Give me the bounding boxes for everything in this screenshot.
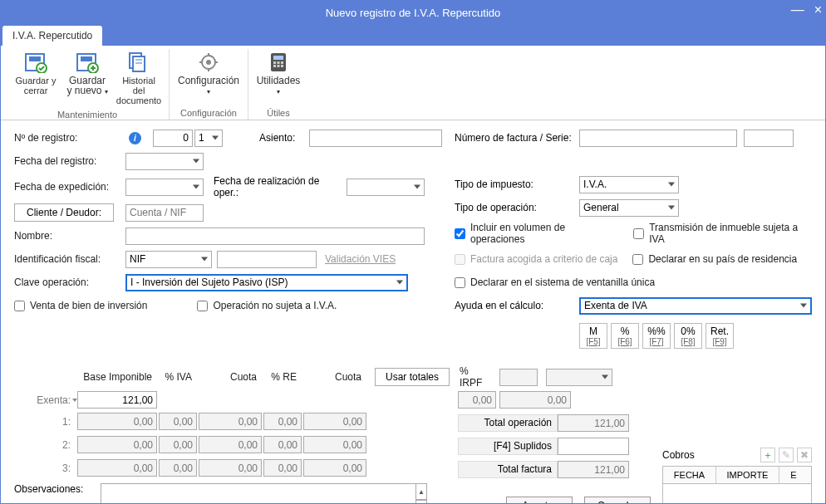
fecha-expedicion-input[interactable]: [125, 179, 204, 196]
ribbon-group-label: Útiles: [267, 105, 290, 120]
tipo-impuesto-select[interactable]: I.V.A.: [579, 176, 679, 193]
help-btn-ret[interactable]: Ret.[F9]: [706, 323, 734, 349]
label-clave-operacion: Clave operación:: [14, 276, 125, 288]
label-num-factura: Número de factura / Serie:: [455, 132, 579, 144]
cobros-edit-icon[interactable]: ✎: [779, 448, 794, 462]
label-fecha-realizacion: Fecha de realización de oper.:: [214, 175, 347, 198]
title-bar: Nuevo registro de I.V.A. Repercutido — ×: [1, 1, 825, 24]
cancelar-button[interactable]: Cancelar: [584, 497, 651, 504]
label-suplidos[interactable]: [F4] Suplidos: [458, 438, 558, 455]
cobros-table[interactable]: FECHA IMPORTE E: [662, 466, 812, 504]
grid-header: Base Imponible % IVA Cuota % RE Cuota Us…: [14, 365, 812, 389]
total-factura-value: [558, 461, 629, 478]
svg-rect-19: [278, 61, 280, 64]
label-fecha-registro: Fecha del registro:: [14, 155, 125, 167]
col-importe: IMPORTE: [716, 467, 779, 483]
tipo-operacion-select[interactable]: General: [579, 199, 679, 217]
close-icon[interactable]: ×: [814, 2, 822, 17]
label-tipo-operacion: Tipo de operación:: [455, 202, 579, 213]
base-input: [77, 413, 157, 430]
usar-totales-button[interactable]: Usar totales: [375, 368, 450, 386]
info-icon[interactable]: i: [129, 132, 141, 144]
obs-down-icon[interactable]: ▼: [415, 500, 427, 504]
save-new-button[interactable]: Guardar y nuevo ▾: [64, 49, 111, 99]
label-ident-fiscal: Identificación fiscal:: [14, 253, 125, 265]
irpf-select[interactable]: [546, 369, 612, 386]
grid-row-1: 1: Total operación: [14, 411, 812, 432]
cuota1-input: [199, 436, 262, 453]
suplidos-value[interactable]: [558, 438, 629, 455]
save-new-icon: [74, 51, 101, 74]
svg-rect-1: [29, 56, 41, 61]
label-fecha-expedicion: Fecha de expedición:: [14, 181, 125, 193]
num-registro-input[interactable]: [153, 130, 193, 147]
fecha-realizacion-input[interactable]: [347, 179, 425, 196]
irpf-v1: [458, 391, 496, 409]
help-btn-pct[interactable]: %[F6]: [611, 323, 639, 349]
cuota1-input: [199, 459, 262, 477]
venta-bien-inversion-checkbox[interactable]: Venta de bien de inversión: [14, 300, 147, 311]
cliente-deudor-button[interactable]: Cliente / Deudor:: [14, 203, 114, 222]
serie-input[interactable]: [744, 130, 794, 147]
op-no-sujeta-checkbox[interactable]: Operación no sujeta a I.V.A.: [197, 300, 337, 311]
utilidades-button[interactable]: Utilidades▾: [255, 49, 302, 99]
row-label[interactable]: Exenta:: [14, 394, 76, 406]
fecha-registro-input[interactable]: [125, 153, 204, 170]
label-observaciones: Observaciones:: [14, 483, 101, 495]
num-factura-input[interactable]: [579, 130, 737, 147]
irpf-pct-input: [499, 369, 538, 386]
obs-up-icon[interactable]: ▲: [415, 483, 427, 500]
calculator-icon: [265, 51, 292, 74]
num-registro-sub-select[interactable]: 1: [194, 130, 223, 147]
base-input[interactable]: [77, 391, 157, 409]
incluir-volumen-checkbox[interactable]: Incluir en volumen de operaciones: [455, 222, 618, 245]
tab-iva-repercutido[interactable]: I.V.A. Repercutido: [2, 26, 102, 46]
ayuda-calculo-select[interactable]: Exenta de IVA: [579, 297, 812, 315]
config-button[interactable]: Configuración▾: [176, 49, 241, 99]
declarar-pais-checkbox[interactable]: Declarar en su país de residencia: [632, 253, 797, 265]
label-total-factura: Total factura: [458, 461, 558, 478]
svg-rect-18: [273, 61, 276, 64]
label-asiento: Asiento:: [259, 132, 309, 144]
save-close-icon: [22, 51, 49, 74]
cobros-delete-icon[interactable]: ✖: [797, 448, 812, 462]
ribbon-group-label: Configuración: [180, 105, 237, 120]
svg-rect-22: [278, 65, 280, 67]
help-btn-m[interactable]: M[F5]: [579, 323, 607, 349]
help-btn-0pct[interactable]: 0%[F8]: [674, 323, 702, 349]
svg-rect-20: [281, 61, 283, 64]
declarar-ventanilla-checkbox[interactable]: Declarar en el sistema de ventanilla úni…: [455, 276, 655, 288]
cobros-add-icon[interactable]: ＋: [760, 448, 775, 462]
help-btn-pctpct[interactable]: %%[F7]: [642, 323, 671, 349]
svg-point-11: [206, 60, 211, 65]
aceptar-button[interactable]: Aceptar: [506, 497, 573, 504]
col-fecha: FECHA: [663, 467, 716, 483]
ident-fiscal-value-input[interactable]: [217, 251, 317, 268]
cuota2-input: [303, 436, 366, 453]
nombre-input[interactable]: [125, 228, 425, 245]
iva-input: [159, 436, 197, 453]
clave-operacion-select[interactable]: I - Inversión del Sujeto Pasivo (ISP): [125, 274, 408, 291]
svg-rect-17: [273, 56, 283, 60]
row-label: 2:: [14, 439, 76, 451]
cuota2-input: [303, 459, 366, 477]
label-nombre: Nombre:: [14, 230, 125, 242]
minimize-icon[interactable]: —: [791, 2, 804, 17]
cobros-panel: Cobros ＋ ✎ ✖ FECHA IMPORTE E: [662, 448, 812, 504]
label-tipo-impuesto: Tipo de impuesto:: [455, 179, 579, 190]
cuenta-nif-input[interactable]: [125, 204, 204, 222]
ident-fiscal-select[interactable]: NIF: [125, 251, 212, 268]
cuota1-input: [199, 413, 262, 430]
svg-rect-7: [133, 56, 145, 71]
cuota2-input: [303, 413, 366, 430]
window-title: Nuevo registro de I.V.A. Repercutido: [326, 7, 501, 19]
label-ayuda-calculo: Ayuda en el cálculo:: [455, 300, 579, 311]
asiento-input[interactable]: [309, 130, 442, 147]
re-input: [263, 436, 302, 453]
trans-inmueble-checkbox[interactable]: Transmisión de inmueble sujeta a IVA: [633, 222, 812, 245]
observaciones-textarea[interactable]: [101, 483, 416, 504]
historial-button[interactable]: Historial del documento: [116, 49, 162, 107]
save-close-button[interactable]: Guardar y cerrar: [12, 49, 59, 97]
re-input: [263, 459, 302, 477]
validacion-vies-link[interactable]: Validación VIES: [325, 253, 396, 265]
